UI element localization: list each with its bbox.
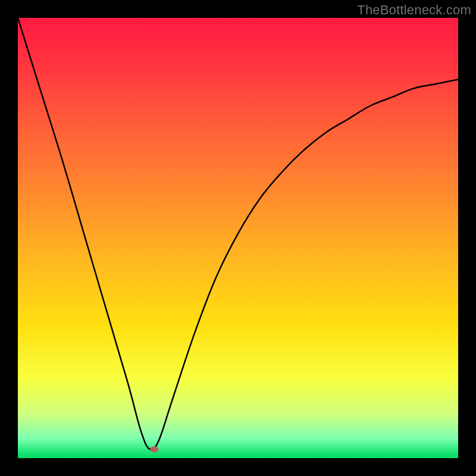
watermark-text: TheBottleneck.com xyxy=(357,2,471,18)
chart-frame: TheBottleneck.com xyxy=(0,0,476,476)
optimum-marker xyxy=(150,446,158,452)
chart-svg xyxy=(18,18,458,458)
gradient-background xyxy=(18,18,458,458)
plot-area xyxy=(18,18,458,458)
